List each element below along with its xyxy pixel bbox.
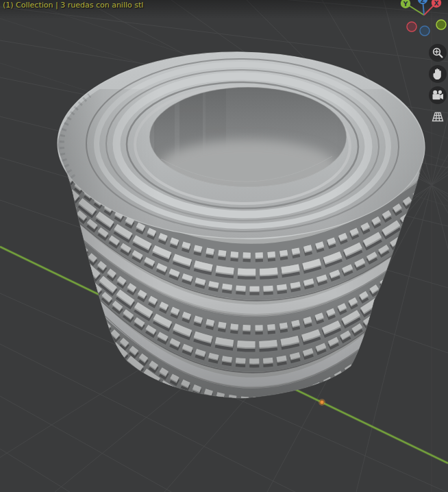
tire-stack-object[interactable] — [48, 49, 445, 433]
object-origin-dot[interactable] — [319, 399, 325, 406]
svg-text:X: X — [434, 0, 439, 7]
viewport-scene — [0, 0, 448, 492]
toggle-perspective-button[interactable] — [429, 108, 447, 125]
gizmo-neg-y-ball[interactable] — [436, 20, 446, 29]
gizmo-pos-y-ball[interactable]: Y — [401, 0, 410, 8]
camera-icon — [432, 89, 444, 101]
gizmo-pos-z-ball[interactable]: Z — [418, 0, 427, 4]
svg-text:Y: Y — [403, 1, 408, 8]
svg-text:Z: Z — [421, 0, 425, 4]
move-button[interactable] — [429, 65, 447, 83]
magnifier-plus-icon — [432, 47, 444, 59]
viewport-toolbar — [428, 44, 447, 125]
perspective-grid-icon — [432, 110, 444, 123]
viewport-header-text: (1) Collection | 3 ruedas con anillo stl — [3, 1, 143, 10]
tire-shading — [48, 89, 445, 411]
gizmo-neg-z-ball[interactable] — [420, 26, 430, 36]
zoom-button[interactable] — [429, 44, 447, 62]
camera-view-button[interactable] — [429, 86, 447, 104]
blender-3d-viewport[interactable]: (1) Collection | 3 ruedas con anillo stl… — [0, 0, 448, 492]
navigation-gizmo[interactable]: Y Z X — [393, 0, 448, 42]
gizmo-neg-x-ball[interactable] — [407, 22, 416, 32]
pan-hand-icon — [432, 68, 444, 80]
